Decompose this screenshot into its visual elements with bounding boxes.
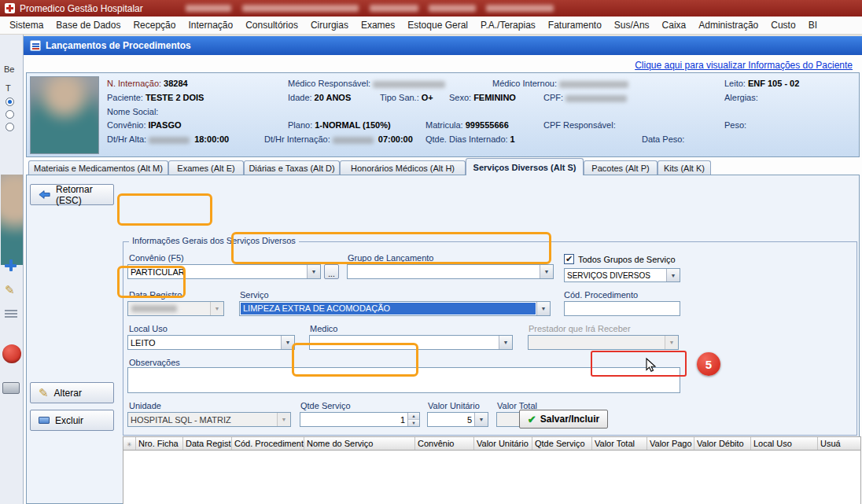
grupo-servico-value: SERVIÇOS DIVERSOS xyxy=(565,271,666,280)
menu-sus-ans[interactable]: Sus/Ans xyxy=(608,17,656,33)
list-icon xyxy=(5,310,17,319)
patient-info-link[interactable]: Clique aqui para visualizar Informações … xyxy=(635,60,853,71)
menu-caixa[interactable]: Caixa xyxy=(656,17,693,33)
dthr-internacao-label: Dt/Hr Internação: xyxy=(264,134,330,144)
prestador-label: Prestador que Irá Receber xyxy=(529,324,631,333)
tab-diarias-taxas[interactable]: Diárias e Taxas (Alt D) xyxy=(244,160,340,175)
grid-body[interactable] xyxy=(123,451,861,504)
spin-down-icon: ▼ xyxy=(408,420,419,426)
chevron-down-icon: ▼ xyxy=(665,336,678,349)
redacted-value xyxy=(333,137,374,144)
tab-exames[interactable]: Exames (Alt E) xyxy=(168,160,244,175)
menu-cirurgias[interactable]: Cirurgias xyxy=(304,17,355,33)
grid-col-cod-procedimento[interactable]: Cód. Procediment xyxy=(232,437,304,450)
tab-servicos-diversos[interactable]: Serviços Diversos (Alt S) xyxy=(466,158,584,175)
menu-consultorios[interactable]: Consultórios xyxy=(239,17,304,33)
grid-col-local-uso[interactable]: Local Uso xyxy=(751,437,818,450)
menu-bi[interactable]: BI xyxy=(802,17,823,33)
field-dthr-alta: Dt/Hr Alta:18:00:00 xyxy=(107,134,229,144)
background-photo-fragment xyxy=(1,175,23,265)
sexo-value: FEMININO xyxy=(473,93,516,102)
tab-kits[interactable]: Kits (Alt K) xyxy=(658,160,711,175)
grid-col-valor-debito[interactable]: Valor Débito xyxy=(694,437,751,450)
qtde-servico-spinner[interactable]: 1 ▲▼ xyxy=(300,412,420,427)
tab-honorarios-medicos[interactable]: Honorários Médicos (Alt H) xyxy=(340,160,466,175)
chevron-down-icon: ▼ xyxy=(307,265,320,278)
observacoes-textarea[interactable] xyxy=(127,367,680,393)
medico-combobox[interactable]: ▼ xyxy=(309,335,513,350)
convenio-label: Convênio: xyxy=(107,120,146,130)
grupo-servico-combobox[interactable]: SERVIÇOS DIVERSOS ▼ xyxy=(564,268,680,282)
grupo-lancamento-combobox[interactable]: ▼ xyxy=(347,264,554,279)
field-dthr-internacao: Dt/Hr Internação:07:00:00 xyxy=(264,134,413,144)
retornar-button[interactable]: Retornar (ESC) xyxy=(30,184,114,205)
grid-header: ✳ Nro. Ficha Data Regist Cód. Procedimen… xyxy=(123,436,861,451)
tab-pacotes[interactable]: Pacotes (Alt P) xyxy=(584,160,658,175)
menu-internacao[interactable]: Internação xyxy=(182,17,239,33)
alterar-button[interactable]: ✎ Alterar xyxy=(30,382,114,403)
excluir-button[interactable]: Excluir xyxy=(30,410,114,431)
cpf-responsavel-label: CPF Responsável: xyxy=(543,120,616,130)
convenio-combobox-value: PARTICULAR xyxy=(128,267,307,277)
menu-pa-terapias[interactable]: P.A./Terapias xyxy=(474,17,542,33)
field-plano: Plano:1-NORMAL (150%) xyxy=(288,120,391,130)
strip-label-be: Be xyxy=(4,64,14,74)
grid-col-valor-total[interactable]: Valor Total xyxy=(592,437,647,450)
observacoes-label: Observações xyxy=(129,358,180,367)
convenio-combobox[interactable]: PARTICULAR ▼ xyxy=(127,264,321,279)
idade-label: Idade: xyxy=(288,93,312,102)
servico-combobox[interactable]: LIMPEZA EXTRA DE ACOMODAÇÃO ▼ xyxy=(239,301,551,316)
grid-col-data-regist[interactable]: Data Regist xyxy=(183,437,232,450)
valor-unitario-field[interactable]: 5 ▼ xyxy=(427,412,488,427)
pencil-icon: ✎ xyxy=(5,283,15,297)
grid-col-convenio[interactable]: Convênio xyxy=(415,437,474,450)
n-internacao-value: 38284 xyxy=(164,79,188,88)
menu-custo[interactable]: Custo xyxy=(764,17,801,33)
field-medico-responsavel: Médico Responsável: xyxy=(288,79,448,88)
menu-administracao[interactable]: Administração xyxy=(692,17,764,33)
field-medico-internou: Médico Internou: xyxy=(492,79,631,88)
menu-estoque-geral[interactable]: Estoque Geral xyxy=(401,17,474,33)
groupbox-title: Informações Gerais dos Serviços Diversos xyxy=(129,236,299,245)
idade-value: 20 ANOS xyxy=(315,93,352,102)
alterar-label: Alterar xyxy=(54,388,82,399)
field-paciente: Paciente:TESTE 2 DOIS xyxy=(107,93,204,102)
redacted-value xyxy=(131,305,177,312)
data-registro-combobox[interactable]: ▼ xyxy=(127,301,224,316)
grid-col-nro-ficha[interactable]: Nro. Ficha xyxy=(136,437,183,450)
qtde-servico-value: 1 xyxy=(300,415,407,425)
tab-materiais-medicamentos[interactable]: Materiais e Medicamentos (Alt M) xyxy=(28,160,168,175)
radio-button[interactable] xyxy=(6,97,14,106)
cod-procedimento-input[interactable] xyxy=(564,301,680,316)
menu-sistema[interactable]: Sistema xyxy=(3,17,50,33)
grid-col-nome-servico[interactable]: Nome do Serviço xyxy=(304,437,415,450)
grid-col-usuario[interactable]: Usuá xyxy=(818,437,860,450)
plano-value: 1-NORMAL (150%) xyxy=(315,120,390,130)
grid-col-valor-unitario[interactable]: Valor Unitário xyxy=(474,437,532,450)
salvar-incluir-button[interactable]: ✔ Salvar/Incluir xyxy=(519,410,608,429)
local-uso-combobox[interactable]: LEITO ▼ xyxy=(127,335,295,350)
dias-internado-label: Qtde. Dias Internado: xyxy=(425,134,508,144)
menu-base-de-dados[interactable]: Base de Dados xyxy=(50,17,127,33)
chevron-down-icon: ▼ xyxy=(281,336,294,349)
radio-button[interactable] xyxy=(6,110,14,119)
paciente-label: Paciente: xyxy=(107,93,143,102)
local-uso-value: LEITO xyxy=(128,338,281,348)
radio-button[interactable] xyxy=(6,123,14,131)
servico-label: Serviço xyxy=(240,290,269,300)
app-icon xyxy=(5,3,15,13)
todos-grupos-checkbox[interactable]: ✔ xyxy=(564,254,574,264)
browse-button[interactable]: ... xyxy=(324,264,339,279)
spinner-buttons[interactable]: ▲▼ xyxy=(407,413,419,426)
grid-col-valor-pago[interactable]: Valor Pago xyxy=(647,437,694,450)
valor-unitario-value: 5 xyxy=(428,415,474,425)
menu-exames[interactable]: Exames xyxy=(355,17,401,33)
field-dias-internado: Qtde. Dias Internado:1 xyxy=(425,134,515,144)
grid-col-qtde-servico[interactable]: Qtde Serviço xyxy=(532,437,592,450)
field-cpf-responsavel: CPF Responsável: xyxy=(543,120,616,130)
menu-faturamento[interactable]: Faturamento xyxy=(542,17,608,33)
menu-recepcao[interactable]: Recepção xyxy=(127,17,182,33)
dialog-title: Lançamentos de Procedimentos xyxy=(46,40,191,51)
field-peso: Peso: xyxy=(724,120,746,130)
field-sexo: Sexo:FEMININO xyxy=(449,93,516,102)
